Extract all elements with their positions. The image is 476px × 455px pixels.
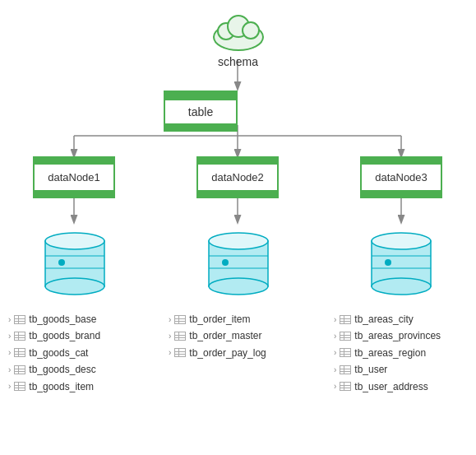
list-item: ›tb_order_pay_log	[169, 345, 266, 361]
dn2-header	[198, 158, 277, 165]
svg-point-32	[385, 259, 391, 266]
table-name-label: tb_user_address	[354, 378, 427, 395]
table-name-label: tb_areas_city	[354, 311, 413, 327]
table-node: table	[164, 91, 238, 132]
chevron-right-icon: ›	[8, 379, 11, 393]
chevron-right-icon: ›	[334, 346, 336, 360]
chevron-right-icon: ›	[169, 329, 171, 343]
table-name-label: tb_user	[354, 361, 387, 378]
dn3-header	[362, 158, 441, 165]
chevron-right-icon: ›	[334, 313, 336, 327]
table-footer	[165, 123, 236, 130]
table-name-label: tb_order_master	[189, 327, 261, 344]
chevron-right-icon: ›	[8, 313, 11, 327]
chevron-right-icon: ›	[334, 363, 336, 377]
svg-point-23	[209, 278, 268, 295]
table-icon	[174, 332, 186, 341]
table-name-label: tb_areas_provinces	[354, 327, 441, 344]
datanode1-box: dataNode1	[33, 156, 115, 198]
list-item: ›tb_areas_provinces	[334, 327, 441, 344]
dn2-footer	[198, 190, 277, 197]
table-icon	[14, 315, 25, 324]
table-list-1: ›tb_goods_base›tb_goods_brand›tb_goods_c…	[8, 311, 100, 395]
svg-point-28	[372, 233, 431, 249]
schema-label: schema	[218, 55, 258, 68]
cloud-icon	[206, 8, 271, 53]
svg-point-22	[209, 233, 268, 249]
db-icon-3	[365, 225, 437, 299]
table-icon	[340, 348, 351, 357]
svg-point-16	[45, 233, 104, 249]
table-name-label: tb_goods_brand	[29, 327, 100, 344]
table-name-label: tb_goods_cat	[29, 345, 88, 361]
svg-point-26	[222, 259, 229, 266]
table-icon	[340, 365, 351, 374]
svg-point-20	[58, 259, 65, 266]
svg-point-29	[372, 278, 431, 295]
list-item: ›tb_goods_cat	[8, 345, 100, 361]
list-item: ›tb_areas_region	[334, 345, 441, 361]
schema-node: schema	[206, 8, 271, 68]
table-name-label: tb_areas_region	[354, 345, 426, 361]
diagram-container: schema table dataNode1 dataNode2 dataNod…	[0, 0, 476, 455]
svg-point-14	[243, 22, 259, 39]
table-icon	[14, 332, 25, 341]
dn1-header	[35, 158, 113, 165]
table-icon	[340, 382, 351, 391]
db-icon-2	[202, 225, 275, 299]
table-name-label: tb_goods_desc	[29, 361, 95, 378]
table-icon	[14, 348, 25, 357]
table-list-3: ›tb_areas_city›tb_areas_provinces›tb_are…	[334, 311, 441, 395]
table-name-label: tb_order_pay_log	[189, 345, 266, 361]
dn2-label: dataNode2	[198, 165, 277, 190]
table-icon	[340, 315, 351, 324]
chevron-right-icon: ›	[169, 313, 171, 327]
list-item: ›tb_goods_brand	[8, 327, 100, 344]
table-list-2: ›tb_order_item›tb_order_master›tb_order_…	[169, 311, 266, 361]
db-cylinder-3	[365, 225, 437, 301]
dn3-footer	[362, 190, 441, 197]
db-cylinder-2	[202, 225, 275, 301]
table-icon	[174, 348, 186, 357]
dn1-label: dataNode1	[35, 165, 113, 190]
list-item: ›tb_order_master	[169, 327, 266, 344]
chevron-right-icon: ›	[334, 379, 336, 393]
list-item: ›tb_goods_base	[8, 311, 100, 327]
table-icon	[340, 332, 351, 341]
list-item: ›tb_goods_item	[8, 378, 100, 395]
dn3-label: dataNode3	[362, 165, 441, 190]
list-item: ›tb_goods_desc	[8, 361, 100, 378]
datanode3-box: dataNode3	[360, 156, 442, 198]
table-icon	[14, 365, 25, 374]
table-icon	[174, 315, 186, 324]
table-icon	[14, 382, 25, 391]
chevron-right-icon: ›	[169, 346, 171, 360]
table-name-label: tb_order_item	[189, 311, 250, 327]
list-item: ›tb_user	[334, 361, 441, 378]
table-name-label: tb_goods_base	[29, 311, 96, 327]
list-item: ›tb_order_item	[169, 311, 266, 327]
db-cylinder-1	[39, 225, 111, 301]
table-label: table	[165, 100, 236, 123]
table-header	[165, 92, 236, 100]
table-name-label: tb_goods_item	[29, 378, 94, 395]
list-item: ›tb_areas_city	[334, 311, 441, 327]
chevron-right-icon: ›	[8, 346, 11, 360]
svg-point-17	[45, 278, 104, 295]
dn1-footer	[35, 190, 113, 197]
chevron-right-icon: ›	[8, 363, 11, 377]
db-icon-1	[39, 225, 111, 299]
chevron-right-icon: ›	[334, 329, 336, 343]
list-item: ›tb_user_address	[334, 378, 441, 395]
datanode2-box: dataNode2	[196, 156, 279, 198]
chevron-right-icon: ›	[8, 329, 11, 343]
